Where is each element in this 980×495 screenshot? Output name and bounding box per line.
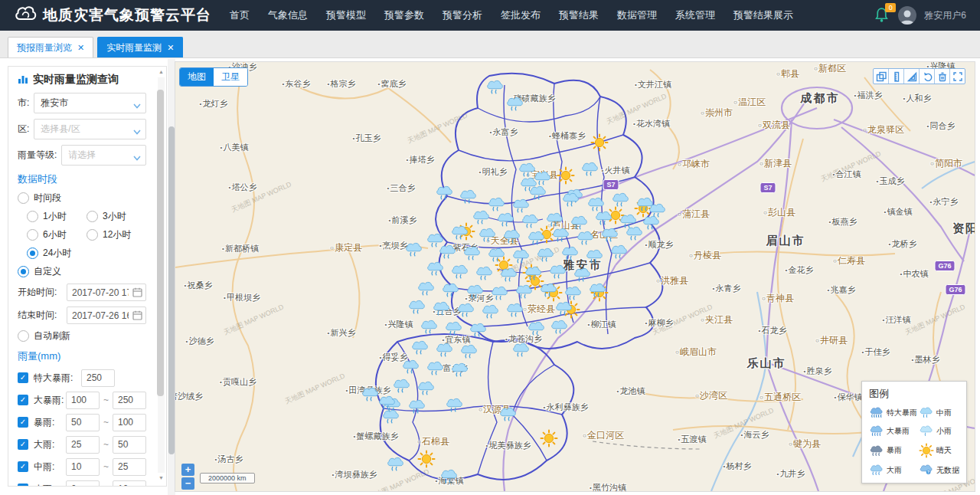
checkbox-checked-icon[interactable]: ✓ [18, 372, 28, 383]
weather-marker-zhongyu[interactable] [435, 342, 455, 362]
time-option-radio[interactable] [87, 229, 98, 241]
weather-marker-zhongyu[interactable] [478, 227, 498, 248]
weather-marker-zhongyu[interactable] [441, 282, 461, 303]
tab-close-icon[interactable]: ✕ [77, 43, 84, 53]
weather-marker-zhongyu[interactable] [432, 300, 452, 321]
weather-marker-zhongyu[interactable] [426, 232, 446, 253]
calendar-icon[interactable] [132, 310, 142, 323]
tab[interactable]: 实时雨量监测 ✕ [97, 37, 183, 57]
rain-threshold-input[interactable] [81, 369, 115, 387]
checkbox-checked-icon[interactable]: ✓ [18, 484, 28, 487]
eraser-icon[interactable] [934, 69, 949, 84]
weather-marker-zhongyu[interactable] [554, 300, 574, 321]
weather-marker-zhongyu[interactable] [404, 241, 424, 262]
weather-marker-zhongyu[interactable] [498, 406, 518, 427]
layers-icon[interactable] [874, 69, 888, 84]
weather-marker-zhongyu[interactable] [485, 79, 505, 100]
weather-marker-qingtian[interactable] [557, 166, 575, 188]
weather-marker-zhongyu[interactable] [420, 319, 439, 339]
weather-marker-qingtian[interactable] [540, 429, 558, 451]
zoom-out-button[interactable]: − [181, 477, 194, 490]
time-option-radio[interactable] [27, 248, 38, 259]
zoom-in-button[interactable]: + [181, 464, 194, 476]
rain-threshold-input[interactable] [66, 480, 100, 487]
checkbox-checked-icon[interactable]: ✓ [18, 439, 28, 450]
weather-marker-zhongyu[interactable] [462, 245, 482, 266]
weather-marker-zhongyu[interactable] [381, 408, 401, 429]
checkbox-checked-icon[interactable]: ✓ [18, 395, 28, 405]
rain-threshold-input[interactable] [66, 414, 100, 431]
weather-marker-zhongyu[interactable] [560, 245, 580, 266]
weather-marker-zhongyu[interactable] [450, 264, 470, 284]
weather-marker-zhongyu[interactable] [401, 359, 421, 379]
weather-marker-zhongyu[interactable] [450, 362, 470, 382]
time-option-radio[interactable] [87, 211, 98, 222]
weather-marker-zhongyu[interactable] [551, 227, 571, 248]
weather-marker-zhongyu[interactable] [502, 228, 522, 249]
nav-item[interactable]: 预警分析 [443, 8, 482, 22]
tab-close-icon[interactable]: ✕ [167, 43, 174, 53]
nav-item[interactable]: 预警参数 [384, 8, 424, 22]
weather-marker-zhongyu[interactable] [469, 322, 488, 343]
notification-bell-icon[interactable]: 0 [875, 8, 890, 23]
rain-threshold-input[interactable] [66, 436, 100, 454]
rain-threshold-input[interactable] [113, 458, 146, 476]
nav-item[interactable]: 预警结果展示 [733, 8, 793, 22]
weather-marker-zhongyu[interactable] [435, 185, 455, 205]
rain-threshold-input[interactable] [66, 392, 100, 409]
weather-marker-zhongyu[interactable] [426, 360, 446, 381]
weather-marker-zhongyu[interactable] [505, 96, 525, 116]
weather-marker-zhongyu[interactable] [487, 247, 507, 267]
map-container[interactable]: 天地图 MAP WORLD天地图 MAP WORLD天地图 MAP WORLD天… [175, 61, 975, 492]
weather-marker-zhongyu[interactable] [548, 264, 568, 284]
auto-refresh-radio[interactable] [18, 330, 29, 342]
weather-marker-zhongyu[interactable] [426, 261, 446, 281]
time-option-radio[interactable] [27, 229, 38, 241]
weather-marker-zhongyu[interactable] [439, 468, 459, 489]
rain-threshold-input[interactable] [66, 458, 100, 476]
checkbox-checked-icon[interactable]: ✓ [18, 417, 28, 428]
nav-item[interactable]: 气象信息 [268, 8, 308, 22]
scroll-down-icon[interactable]: ▼ [157, 474, 165, 482]
nav-item[interactable]: 预警模型 [326, 8, 366, 22]
time-option-radio[interactable] [27, 211, 38, 222]
base-layer-map[interactable]: 地图 [180, 68, 214, 86]
rain-threshold-input[interactable] [113, 414, 146, 431]
weather-marker-zhongyu[interactable] [611, 192, 631, 212]
weather-marker-zhongyu[interactable] [444, 320, 464, 341]
weather-marker-zhongyu[interactable] [585, 248, 605, 269]
weather-marker-zhongyu[interactable] [466, 284, 485, 304]
scroll-up-icon[interactable]: ▲ [157, 68, 165, 76]
weather-marker-zhongyu[interactable] [386, 456, 406, 477]
weather-marker-zhongyu[interactable] [511, 342, 531, 362]
avatar[interactable] [898, 6, 916, 25]
weather-marker-zhongyu[interactable] [459, 188, 479, 209]
city-select[interactable]: 雅安市 [34, 93, 146, 113]
weather-marker-zhongyu[interactable] [445, 397, 465, 418]
weather-marker-zhongyu[interactable] [505, 302, 525, 323]
nav-item[interactable]: 预警结果 [559, 8, 599, 22]
time-range-radio[interactable] [18, 192, 29, 204]
weather-marker-zhongyu[interactable] [481, 303, 501, 324]
calendar-icon[interactable] [132, 287, 142, 300]
weather-marker-zhongyu[interactable] [609, 244, 629, 264]
weather-marker-zhongyu[interactable] [407, 299, 427, 320]
weather-marker-zhongyu[interactable] [514, 284, 534, 304]
nav-item[interactable]: 系统管理 [675, 8, 715, 22]
nav-item[interactable]: 签批发布 [501, 8, 541, 22]
custom-range-radio[interactable] [18, 266, 29, 277]
weather-marker-zhongyu[interactable] [416, 380, 436, 401]
rain-threshold-input[interactable] [113, 436, 146, 454]
weather-marker-qingtian[interactable] [417, 450, 436, 471]
weather-marker-zhongyu[interactable] [475, 265, 495, 286]
outer-scrollbar-thumb[interactable] [168, 126, 175, 454]
weather-marker-zhongyu[interactable] [561, 192, 581, 212]
weather-marker-zhongyu[interactable] [527, 320, 547, 341]
weather-marker-zhongyu[interactable] [456, 302, 476, 323]
nav-item[interactable]: 首页 [230, 8, 250, 22]
weather-marker-zhongyu[interactable] [588, 282, 608, 303]
weather-marker-zhongyu[interactable] [459, 343, 479, 364]
panel-scrollbar-thumb[interactable] [157, 90, 164, 396]
tab[interactable]: 预报雨量浏览 ✕ [8, 37, 93, 57]
weather-marker-zhongyu[interactable] [625, 225, 645, 246]
